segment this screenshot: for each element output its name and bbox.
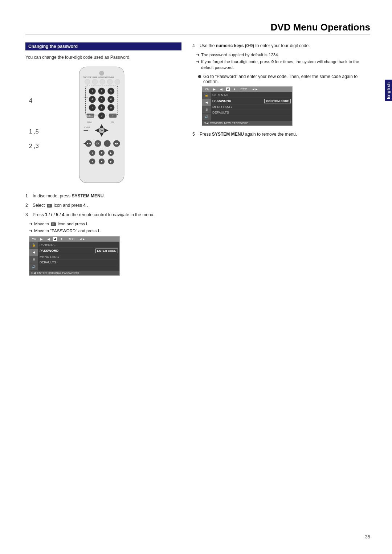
menu2-tab-play: ▶ [212, 87, 217, 91]
remote-area: 4 1 ,5 2 ,3 DISC VCR TUNER TAPE CD AUX/G… [29, 65, 178, 188]
svg-point-7 [115, 79, 120, 84]
svg-text:OK: OK [100, 129, 104, 132]
menu1-topbar: YA ▶ ◀ 4 ✦ REC ◄► [29, 237, 119, 242]
menu1-row-password: PASSWORD ENTER CODE [40, 248, 118, 254]
step-5: 5 Press SYSTEM MENU again to remove the … [192, 131, 370, 138]
step-4-text: Use the numeric keys (0-9) to enter your… [200, 42, 370, 49]
svg-text:4: 4 [91, 98, 93, 101]
page-number: 35 [365, 534, 370, 539]
svg-text:▼: ▼ [100, 151, 103, 155]
step-3-text: Press 1 / i / 5 / 4 on the remote contro… [33, 212, 181, 218]
svg-point-3 [85, 79, 90, 84]
menu2-icon-1: 🔒 [202, 92, 211, 99]
svg-text:DISC: DISC [87, 114, 93, 118]
menu1-tab-4: 4 [53, 237, 57, 241]
menu2-bottom-icon: ⊟◀ [204, 122, 208, 125]
svg-text:0: 0 [101, 114, 102, 118]
svg-text:▶▶: ▶▶ [115, 142, 119, 145]
sub-bullet-1-text: Move to ⊟ icon and press i . [34, 221, 90, 227]
sub-bullet-1: ➜ Move to ⊟ icon and press i . [29, 221, 181, 227]
svg-text:7: 7 [91, 106, 93, 109]
svg-point-5 [100, 79, 105, 84]
svg-text:9: 9 [110, 106, 112, 109]
step4-sub-2-text: If you forget the four-digit code, press… [201, 59, 370, 70]
menu1-content: PARENTAL PASSWORD ENTER CODE MENU LANG D… [38, 242, 119, 271]
step-1-num: 1 [25, 193, 31, 199]
menu1-enter-code: ENTER CODE [95, 249, 118, 253]
svg-text:DISC VCR  TUNER  TAPE CD  AUX/: DISC VCR TUNER TAPE CD AUX/GAME [83, 77, 114, 78]
svg-point-4 [92, 79, 97, 84]
menu2-tab-ya: YA [204, 87, 210, 91]
svg-text:◄: ◄ [91, 151, 94, 155]
menu2-tab-star: ✦ [232, 87, 237, 91]
svg-text:6: 6 [110, 98, 112, 101]
menu1-icons: 🔒 ◀ 🖥 🔊 [29, 242, 38, 271]
two-col-layout: Changing the password You can change the… [25, 42, 370, 276]
svg-text:1: 1 [91, 90, 93, 93]
menu1-tab-rec: REC [66, 237, 75, 241]
menu1-bottom-icon: ⊟◀ [31, 271, 36, 275]
step-2-num: 2 [25, 202, 31, 209]
menu1-tab-ya: YA [31, 237, 37, 241]
svg-text:VOL: VOL [111, 122, 114, 123]
step-3: 3 Press 1 / i / 5 / 4 on the remote cont… [25, 212, 181, 218]
label-4: 4 [29, 98, 32, 104]
menu1-row-menulang: MENU LANG [40, 254, 118, 260]
svg-text:3: 3 [110, 90, 112, 93]
menu1-icon-3: 🖥 [29, 256, 38, 263]
step-4: 4 Use the numeric keys (0-9) to enter yo… [192, 42, 370, 49]
step-1: 1 In disc mode, press SYSTEM MENU. [25, 193, 181, 199]
icon-inline-1: ⊟ [51, 222, 56, 226]
menu2-confirm-code: CONFIRM CODE [264, 99, 291, 103]
svg-text:OK: OK [96, 142, 100, 145]
svg-text:◄◄: ◄◄ [86, 142, 91, 145]
svg-text:SYSTEM: SYSTEM [84, 126, 90, 128]
menu2-icon-2: ◀ [202, 99, 211, 106]
step-5-text: Press SYSTEM MENU again to remove the me… [200, 131, 370, 138]
remote-image: DISC VCR TUNER TAPE CD AUX/GAME 1 [51, 65, 152, 185]
menu-screenshot-2: YA ▶ ◀ 4 ✦ REC ◄► 🔒 ◀ 🖥 [202, 86, 293, 126]
menu2-icon-3: 🖥 [202, 106, 211, 114]
section-heading: Changing the password [25, 42, 181, 50]
step-4-subbullets: ➜ The password supplied by default is 12… [196, 52, 370, 70]
menu2-tab-fwd: ◄► [250, 87, 259, 91]
right-column: 4 Use the numeric keys (0-9) to enter yo… [192, 42, 370, 276]
step4-sub-1-text: The password supplied by default is 1234… [201, 52, 279, 58]
step4-arrow-2: ➜ [196, 59, 200, 65]
step-1-text: In disc mode, press SYSTEM MENU. [33, 193, 181, 199]
menu1-icon-4: 🔊 [29, 263, 38, 271]
svg-text:8: 8 [101, 106, 102, 109]
parental-icon: ⊟ [47, 204, 52, 208]
menu2-content: PARENTAL PASSWORD CONFIRM CODE MENU LANG… [211, 92, 292, 121]
menu2-icon-4: 🔊 [202, 114, 211, 121]
menu2-bottombar: ⊟◀ CONFIRM NEW PASSWORD [202, 121, 292, 126]
step4-sub-bullet-1: ➜ The password supplied by default is 12… [196, 52, 370, 58]
menu-screenshot-1: YA ▶ ◀ 4 ✦ REC ◄► 🔒 ◀ 🖥 [29, 236, 120, 276]
menu1-tab-star: ✦ [59, 237, 64, 241]
step-2: 2 Select ⊟ icon and press 4 . [25, 202, 181, 209]
menu2-topbar: YA ▶ ◀ 4 ✦ REC ◄► [202, 87, 292, 92]
svg-text:▼: ▼ [100, 160, 103, 163]
step-3-subbullets: ➜ Move to ⊟ icon and press i . ➜ Move to… [29, 221, 181, 234]
label-23: 2 ,3 [29, 143, 39, 149]
svg-text:+: + [112, 114, 114, 118]
arrow-icon-2: ➜ [29, 228, 33, 234]
menu2-row-parental: PARENTAL [212, 93, 291, 98]
menu1-tab-back: ◀ [46, 237, 51, 241]
step-4-num: 4 [192, 42, 198, 49]
menu2-tab-rec: REC [239, 87, 248, 91]
step-3-num: 3 [25, 212, 31, 218]
round-dot [198, 75, 201, 78]
menu2-row-defaults: DEFAULTS [212, 110, 291, 115]
main-content: DVD Menu Operations Changing the passwor… [0, 0, 392, 297]
svg-text:MENU: MENU [87, 122, 93, 123]
svg-text:5: 5 [101, 98, 102, 101]
round-bullet-text: Go to "Password" and enter your new code… [203, 74, 370, 84]
round-bullet-item: Go to "Password" and enter your new code… [198, 74, 370, 84]
menu2-tab-4: 4 [226, 87, 230, 91]
menu1-tab-play: ▶ [39, 237, 44, 241]
step-5-num: 5 [192, 131, 198, 138]
page-title: DVD Menu Operations [25, 22, 370, 35]
menu1-row-parental: PARENTAL [40, 242, 118, 248]
step-2-text: Select ⊟ icon and press 4 . [33, 202, 181, 209]
